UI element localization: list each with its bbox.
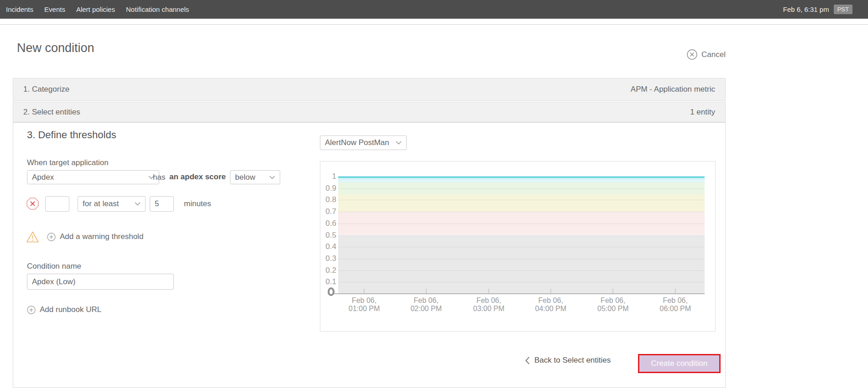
y-tick-label: 0.1 [320,277,336,286]
x-tick-label-line: Feb 06, [526,296,576,305]
plus-circle-icon [47,233,56,241]
x-tick-mark [612,289,613,293]
create-condition-button[interactable]: Create condition [639,355,719,372]
condition-name-input[interactable] [27,274,174,290]
x-tick-label-line: 04:00 PM [526,305,576,313]
critical-threshold-value-input[interactable] [45,196,69,212]
step-categorize-value: APM - Application metric [631,85,715,94]
grid-line [338,247,705,247]
y-tick-label: 0.6 [320,219,336,228]
x-tick-label-line: 06:00 PM [650,305,701,313]
warning-threshold-icon [26,231,39,243]
step-select-entities-label: 2. Select entities [23,108,80,117]
x-tick-mark [426,289,427,293]
x-tick-label-line: Feb 06, [650,296,701,305]
main-content: New condition Cancel 1. Categorize APM -… [13,25,726,390]
nav-item-events[interactable]: Events [44,5,65,13]
cancel-label: Cancel [701,50,726,59]
x-tick-mark [550,289,551,293]
apdex-score-label: an apdex score [169,172,226,182]
duration-minutes-input[interactable] [150,196,174,212]
grid-line [338,270,705,271]
y-tick-label: 0.9 [320,184,336,193]
x-tick-label: Feb 06,03:00 PM [464,296,514,313]
grid-line [338,282,705,282]
threshold-handle[interactable] [328,287,335,296]
add-warning-threshold-button[interactable]: Add a warning threshold [47,232,143,241]
close-circle-icon [687,49,697,60]
current-time: Feb 6, 6:31 pm [783,5,829,13]
x-tick-label: Feb 06,02:00 PM [401,296,451,313]
step-categorize-label: 1. Categorize [23,85,69,94]
nav-item-alert-policies[interactable]: Alert policies [76,5,115,13]
grid-line [338,200,705,200]
x-tick-label-line: Feb 06, [588,296,638,305]
step-select-entities[interactable]: 2. Select entities 1 entity [13,102,726,122]
threshold-preview-chart: 10.90.80.70.60.50.40.30.20.1Feb 06,01:00… [320,161,716,332]
nav-item-notification-channels[interactable]: Notification channels [126,5,189,13]
y-tick-label: 1 [320,172,336,181]
y-tick-label: 0.2 [320,266,336,275]
entity-select-value: AlertNow PostMan [325,138,389,147]
operator-select[interactable]: below [230,170,280,184]
plot-area [338,177,705,294]
condition-name-label: Condition name [27,262,81,271]
has-label: has [153,173,165,182]
entity-select[interactable]: AlertNow PostMan [320,135,407,150]
chevron-down-icon [135,202,141,206]
grid-line [338,224,705,224]
cancel-button[interactable]: Cancel [687,49,726,60]
step-categorize[interactable]: 1. Categorize APM - Application metric [13,78,726,101]
chevron-down-icon [396,141,402,145]
x-tick-mark [488,289,489,293]
plus-circle-icon [27,306,36,314]
step-select-entities-value: 1 entity [690,108,715,117]
nav-item-incidents[interactable]: Incidents [6,5,33,13]
x-tick-label-line: Feb 06, [464,296,514,305]
create-condition-highlight: Create condition [638,354,721,373]
page-title: New condition [17,41,94,55]
grid-line [338,235,705,236]
top-navbar: Incidents Events Alert policies Notifica… [0,0,868,19]
x-tick-label-line: 03:00 PM [464,305,514,313]
x-tick-label: Feb 06,06:00 PM [650,296,701,313]
x-tick-label-line: Feb 06, [401,296,451,305]
y-tick-label: 0.3 [320,254,336,263]
add-runbook-url-label: Add runbook URL [40,305,101,314]
define-thresholds-panel: 3. Define thresholds When target applica… [13,122,726,388]
x-tick-label: Feb 06,04:00 PM [526,296,576,313]
critical-threshold-icon [26,197,39,210]
x-tick-label: Feb 06,05:00 PM [588,296,638,313]
add-runbook-url-button[interactable]: Add runbook URL [27,305,101,314]
duration-operator-value: for at least [83,199,119,208]
y-tick-label: 0.4 [320,242,336,251]
x-axis-line [328,293,705,294]
x-tick-label-line: Feb 06, [339,296,389,305]
x-tick-label-line: 01:00 PM [339,305,389,313]
chevron-left-icon [525,357,530,364]
grid-line [338,212,705,212]
target-application-label: When target application [27,158,109,167]
metric-select-value: Apdex [32,173,54,182]
y-tick-label: 0.7 [320,207,336,216]
back-to-select-entities-link[interactable]: Back to Select entities [525,356,611,365]
grid-line [338,259,705,259]
threshold-band [338,235,705,294]
add-warning-threshold-label: Add a warning threshold [60,232,143,241]
x-tick-mark [675,289,676,293]
threshold-band [338,194,705,212]
nav-menu: Incidents Events Alert policies Notifica… [6,5,189,13]
duration-operator-select[interactable]: for at least [78,196,146,212]
chevron-down-icon [269,176,275,179]
metric-select[interactable]: Apdex [27,170,159,184]
subheader-strip [0,19,868,25]
x-tick-label: Feb 06,01:00 PM [339,296,389,313]
x-tick-mark [364,289,365,293]
operator-select-value: below [235,173,255,182]
back-to-select-entities-label: Back to Select entities [534,356,611,365]
metric-line [338,177,705,177]
x-tick-label-line: 05:00 PM [588,305,638,313]
x-tick-label-line: 02:00 PM [401,305,451,313]
nav-clock: Feb 6, 6:31 pm PST [783,5,852,14]
timezone-badge[interactable]: PST [834,5,852,14]
